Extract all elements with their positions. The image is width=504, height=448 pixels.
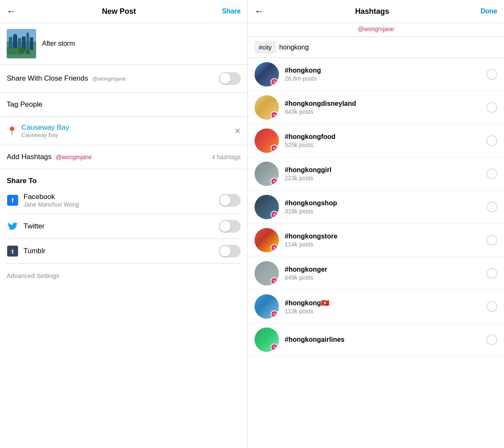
tumblr-logo: t xyxy=(7,246,18,257)
hashtag-badge-icon: # xyxy=(270,343,278,351)
location-pin-icon: 📍 xyxy=(7,126,17,136)
facebook-logo: f xyxy=(7,195,18,206)
hashtag-avatar: # xyxy=(255,195,279,219)
facebook-toggle[interactable] xyxy=(219,194,241,207)
tumblr-icon: t xyxy=(7,245,18,257)
hashtag-item-left: # #hongkonger 649k posts xyxy=(255,261,327,286)
hashtags-back-button[interactable]: ← xyxy=(255,6,264,17)
hashtag-select-radio[interactable] xyxy=(486,168,497,179)
advanced-settings-label[interactable]: Advanced Settings xyxy=(7,272,59,279)
hashtag-avatar: # xyxy=(255,95,279,120)
hashtag-name: #hongkonggirl xyxy=(285,166,331,174)
hashtag-item[interactable]: # #hongkongstore 114k posts xyxy=(248,224,504,257)
hashtag-item[interactable]: # #hongkong🇭🇰 113k posts xyxy=(248,290,504,323)
hashtag-item[interactable]: # #hongkongshop 318k posts xyxy=(248,191,504,224)
hashtag-item[interactable]: # #hongkongfood 525k posts xyxy=(248,124,504,157)
hashtag-avatar: # xyxy=(255,128,279,153)
hashtag-item[interactable]: # #hongkonger 649k posts xyxy=(248,257,504,290)
back-button[interactable]: ← xyxy=(7,6,16,17)
hashtag-info: #hongkonggirl 223k posts xyxy=(285,166,331,181)
hashtag-avatar: # xyxy=(255,327,279,352)
hashtag-badge-icon: # xyxy=(270,111,278,119)
hashtag-posts: 223k posts xyxy=(285,175,331,181)
hashtag-badge-icon: # xyxy=(270,310,278,318)
svg-rect-11 xyxy=(7,48,19,54)
svg-point-14 xyxy=(25,50,30,55)
hashtags-count: 4 hashtags xyxy=(212,154,241,160)
twitter-toggle[interactable] xyxy=(219,220,241,233)
hashtag-info: #hongkongdisneyland 643k posts xyxy=(285,100,356,115)
hashtag-select-radio[interactable] xyxy=(486,135,497,146)
hashtag-item-left: # #hongkongshop 318k posts xyxy=(255,195,337,219)
hashtag-select-radio[interactable] xyxy=(486,235,497,246)
location-text: Causeway Bay Causeway Bay xyxy=(21,123,69,138)
hashtag-posts: 318k posts xyxy=(285,208,337,215)
hashtag-item[interactable]: # #hongkong 26.8m posts xyxy=(248,58,504,91)
facebook-row: f Facebook Jane Manchun Wong xyxy=(7,187,241,214)
hashtag-badge-icon: # xyxy=(270,178,278,185)
hashtag-info: #hongkongfood 525k posts xyxy=(285,133,336,148)
hashtag-name: #hongkongairlines xyxy=(285,336,344,343)
hashtag-chip: #city xyxy=(255,41,276,53)
close-friends-label: Share With Close Friends xyxy=(7,74,88,83)
hashtag-posts: 525k posts xyxy=(285,141,336,148)
hashtag-badge-icon: # xyxy=(270,244,278,252)
hashtag-badge-icon: # xyxy=(270,78,278,86)
hashtag-select-radio[interactable] xyxy=(486,268,497,279)
location-left: 📍 Causeway Bay Causeway Bay xyxy=(7,123,69,138)
facebook-info: Facebook Jane Manchun Wong xyxy=(24,193,79,208)
svg-rect-3 xyxy=(10,37,11,39)
hashtag-search-input[interactable] xyxy=(279,44,497,51)
hashtag-posts: 649k posts xyxy=(285,274,327,281)
facebook-left: f Facebook Jane Manchun Wong xyxy=(7,193,79,208)
hashtag-item-left: # #hongkongfood 525k posts xyxy=(255,128,336,153)
hashtag-item-left: # #hongkongairlines xyxy=(255,327,344,352)
left-header: ← New Post Share xyxy=(0,0,247,23)
hashtag-name: #hongkonger xyxy=(285,266,327,273)
tumblr-row: t Tumblr xyxy=(7,239,241,264)
twitter-row: Twitter xyxy=(7,214,241,239)
hashtag-info: #hongkongshop 318k posts xyxy=(285,199,337,215)
tumblr-left: t Tumblr xyxy=(7,245,45,257)
hashtag-item[interactable]: # #hongkonggirl 223k posts xyxy=(248,157,504,191)
svg-rect-10 xyxy=(30,37,33,50)
location-close-button[interactable]: ✕ xyxy=(234,126,241,136)
hashtag-name: #hongkongfood xyxy=(285,133,336,141)
tag-people-label: Tag People xyxy=(7,100,42,109)
hashtags-row[interactable]: Add Hashtags @wongmjane 4 hashtags xyxy=(0,145,247,169)
tumblr-toggle[interactable] xyxy=(219,245,241,257)
hashtag-posts: 114k posts xyxy=(285,241,337,248)
hashtag-select-radio[interactable] xyxy=(486,334,497,345)
facebook-account: Jane Manchun Wong xyxy=(24,201,79,208)
hashtag-select-radio[interactable] xyxy=(486,301,497,312)
twitter-name: Twitter xyxy=(24,222,45,231)
close-friends-toggle[interactable] xyxy=(219,72,241,85)
hashtag-item[interactable]: # #hongkongairlines xyxy=(248,323,504,356)
hashtag-posts: 26.8m posts xyxy=(285,75,321,82)
hashtag-name: #hongkongdisneyland xyxy=(285,100,356,107)
hashtag-select-radio[interactable] xyxy=(486,102,497,113)
done-button[interactable]: Done xyxy=(480,8,497,15)
hashtag-select-radio[interactable] xyxy=(486,202,497,212)
close-friends-label-group: Share With Close Friends @wongmjane xyxy=(7,74,126,83)
hashtag-name: #hongkongshop xyxy=(285,199,337,207)
tag-people-row[interactable]: Tag People xyxy=(0,93,247,117)
advanced-settings[interactable]: Advanced Settings xyxy=(0,264,247,288)
hashtag-item-left: # #hongkong 26.8m posts xyxy=(255,62,321,86)
hashtag-item[interactable]: # #hongkongdisneyland 643k posts xyxy=(248,91,504,124)
location-sub: Causeway Bay xyxy=(21,132,69,138)
right-header: ← Hashtags Done xyxy=(248,0,504,23)
hashtag-avatar: # xyxy=(255,162,279,186)
share-close-friends-row: Share With Close Friends @wongmjane xyxy=(0,65,247,93)
hashtag-item-left: # #hongkongdisneyland 643k posts xyxy=(255,95,356,120)
hashtag-info: #hongkonger 649k posts xyxy=(285,266,327,281)
hashtag-name: #hongkongstore xyxy=(285,233,337,240)
hashtag-posts: 113k posts xyxy=(285,308,329,314)
right-panel: ← Hashtags Done @wongmjane #city # #hong… xyxy=(248,0,504,448)
hashtag-badge-icon: # xyxy=(270,211,278,218)
share-button[interactable]: Share xyxy=(222,8,241,15)
hashtag-select-radio[interactable] xyxy=(486,69,497,80)
svg-rect-8 xyxy=(26,33,29,50)
location-row: 📍 Causeway Bay Causeway Bay ✕ xyxy=(0,117,247,145)
twitter-left: Twitter xyxy=(7,220,45,232)
